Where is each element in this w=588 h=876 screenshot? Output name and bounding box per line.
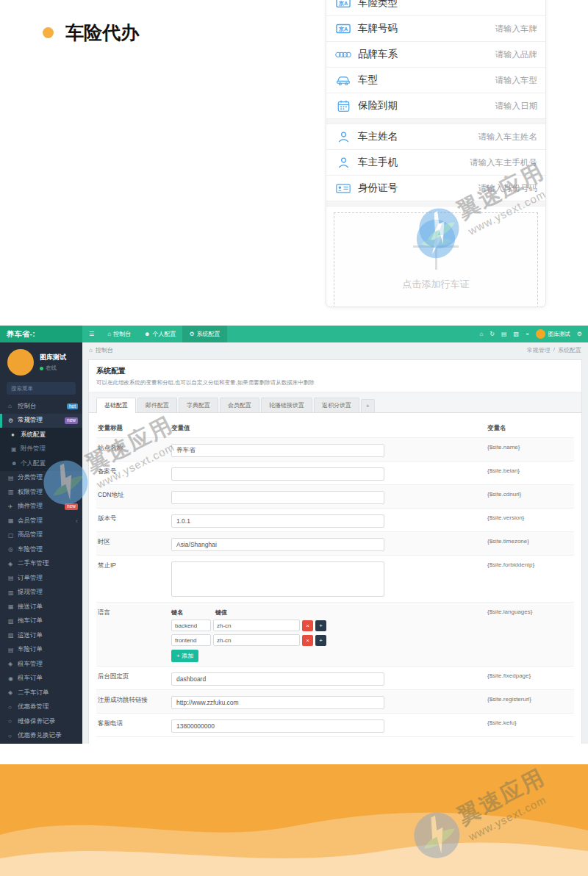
sidebar-item-orders[interactable]: ▤订单管理 bbox=[0, 571, 82, 586]
sidebar-item-system-config[interactable]: ●系统配置 bbox=[0, 428, 82, 442]
sidebar-item-pickup-orders[interactable]: ▦接送订单 bbox=[0, 600, 82, 614]
sidebar-item-usedcar[interactable]: ◈二手车管理 bbox=[0, 557, 82, 572]
sidebar-item-withdraw[interactable]: ▥提现管理 bbox=[0, 586, 82, 600]
sidebar-item-rental[interactable]: ◈租车管理 bbox=[0, 657, 82, 672]
lang-value-input[interactable] bbox=[213, 620, 300, 631]
search-input[interactable] bbox=[11, 385, 82, 392]
clear-cache-icon[interactable]: ▤ bbox=[501, 331, 507, 337]
sidebar-item-general[interactable]: ⚙常规管理new bbox=[0, 414, 82, 428]
withdraw-icon: ▥ bbox=[8, 589, 18, 596]
user-menu-button[interactable]: 图库测试 bbox=[536, 329, 570, 339]
column-header: 变量名 bbox=[486, 422, 574, 433]
topnav-system-config[interactable]: ⚙ 系统配置 bbox=[182, 326, 226, 342]
site-name-input[interactable] bbox=[171, 444, 384, 457]
form-row-insurance-type[interactable]: 京A 车险类型 bbox=[326, 0, 545, 16]
insurance-expiry-input[interactable] bbox=[398, 101, 537, 110]
terminal-icon[interactable]: ▧ bbox=[514, 331, 520, 337]
transport-order-icon: ▨ bbox=[8, 632, 18, 639]
footer-banner: 翼速应用 www.ysext.com bbox=[0, 764, 588, 876]
variable-name: {$site.version} bbox=[486, 512, 574, 521]
insurance-type-input[interactable] bbox=[398, 0, 537, 7]
version-input[interactable] bbox=[171, 514, 384, 528]
service-phone-input[interactable] bbox=[171, 719, 384, 733]
sidebar-item-usedcar-orders[interactable]: ◈二手车订单 bbox=[0, 686, 82, 700]
beian-input[interactable] bbox=[171, 467, 384, 481]
new-badge: new bbox=[65, 417, 78, 424]
brand-logo[interactable]: 养车省-: bbox=[0, 326, 82, 342]
owner-name-input[interactable] bbox=[398, 132, 537, 141]
form-row-brand-series[interactable]: 品牌车系 bbox=[326, 42, 545, 68]
tab-points-config[interactable]: 返积分设置 bbox=[314, 398, 359, 412]
form-row-label: 注册成功跳转链接 bbox=[96, 694, 170, 705]
pickup-order-icon: ▦ bbox=[8, 603, 18, 610]
timezone-input[interactable] bbox=[171, 538, 384, 551]
car-model-input[interactable] bbox=[378, 76, 537, 85]
field-label: 车型 bbox=[358, 73, 378, 87]
sidebar-item-transport-orders[interactable]: ▨运送订单 bbox=[0, 628, 82, 643]
upload-dropzone[interactable]: 点击添加行车证 bbox=[334, 212, 538, 307]
tab-dictionary-config[interactable]: 字典配置 bbox=[179, 398, 218, 412]
topnav-profile[interactable]: ☻ 个人配置 bbox=[137, 326, 182, 342]
home-icon: ⌂ bbox=[89, 347, 93, 353]
dot-icon: ● bbox=[11, 431, 21, 438]
sidebar-item-rental-orders[interactable]: ◉租车订单 bbox=[0, 672, 82, 686]
tab-basic-config[interactable]: 基础配置 bbox=[96, 398, 136, 413]
bullet-dot-icon bbox=[43, 27, 54, 38]
home-icon[interactable]: ⌂ bbox=[479, 331, 483, 337]
sidebar-item-coupon-exchange-records[interactable]: ○优惠券兑换记录 bbox=[0, 729, 82, 744]
add-row-button[interactable]: + bbox=[315, 620, 326, 631]
form-row-owner-name[interactable]: 车主姓名 bbox=[326, 124, 545, 150]
tab-carousel-link-config[interactable]: 轮播链接设置 bbox=[261, 398, 312, 412]
lang-key-input[interactable] bbox=[171, 620, 211, 631]
sidebar-item-addons[interactable]: ✈插件管理new bbox=[0, 500, 82, 514]
sidebar-item-coupons[interactable]: ○优惠券管理 bbox=[0, 700, 82, 715]
sidebar-item-maintenance-records[interactable]: ○维修保养记录 bbox=[0, 714, 82, 729]
remove-row-button[interactable]: × bbox=[302, 620, 313, 631]
fixed-page-input[interactable] bbox=[171, 672, 384, 686]
sidebar-item-dashboard[interactable]: ⌂控制台hot bbox=[0, 399, 82, 414]
brand-rings-icon bbox=[334, 51, 352, 59]
sidebar-item-insurance[interactable]: ◎车险管理 bbox=[0, 542, 82, 557]
refresh-icon[interactable]: ↻ bbox=[490, 331, 495, 337]
append-button[interactable]: + 添加 bbox=[171, 650, 198, 662]
lang-value-input[interactable] bbox=[213, 634, 300, 646]
lang-key-input[interactable] bbox=[171, 634, 211, 646]
close-tabs-icon[interactable]: × bbox=[526, 331, 529, 337]
field-label: 身份证号 bbox=[358, 182, 398, 195]
menu-toggle-button[interactable]: ☰ bbox=[82, 326, 101, 342]
register-url-input[interactable] bbox=[171, 696, 384, 709]
add-row-button[interactable]: + bbox=[315, 635, 326, 646]
id-number-input[interactable] bbox=[398, 184, 537, 193]
brand-series-input[interactable] bbox=[398, 50, 537, 59]
sidebar-item-members[interactable]: ▦会员管理‹ bbox=[0, 514, 82, 528]
form-row-cdn: CDN地址 {$site.cdnurl} bbox=[96, 485, 574, 509]
sidebar-item-insurance-orders[interactable]: ▤车险订单 bbox=[0, 643, 82, 658]
tow-order-icon: ▧ bbox=[8, 618, 18, 625]
settings-gear-icon[interactable]: ⚙ bbox=[577, 331, 582, 337]
cdn-url-input[interactable] bbox=[171, 491, 384, 504]
form-row-plate-number[interactable]: 京A 车牌号码 bbox=[326, 16, 545, 42]
form-row-car-model[interactable]: 车型 bbox=[326, 68, 545, 93]
tab-add-button[interactable]: + bbox=[361, 399, 375, 412]
form-row-insurance-expiry[interactable]: 保险到期 bbox=[326, 93, 545, 119]
plate-number-input[interactable] bbox=[398, 24, 537, 33]
owner-phone-input[interactable] bbox=[398, 158, 537, 167]
sidebar-item-auth[interactable]: ▥权限管理 bbox=[0, 485, 82, 500]
remove-row-button[interactable]: × bbox=[302, 635, 313, 646]
tab-mail-config[interactable]: 邮件配置 bbox=[137, 398, 177, 412]
form-row-owner-phone[interactable]: 车主手机 bbox=[326, 150, 545, 176]
sidebar-item-profile[interactable]: ☻个人配置 bbox=[0, 456, 82, 471]
sidebar-item-categories[interactable]: ▤分类管理 bbox=[0, 471, 82, 486]
forbidden-ip-textarea[interactable] bbox=[171, 561, 384, 597]
sidebar-search[interactable] bbox=[7, 382, 76, 395]
topnav-dashboard[interactable]: ⌂ 控制台 bbox=[101, 326, 137, 342]
sidebar-item-goods[interactable]: ▢商品管理 bbox=[0, 528, 82, 543]
form-row-id-number[interactable]: 身份证号 bbox=[326, 176, 545, 201]
tab-member-config[interactable]: 会员配置 bbox=[220, 398, 259, 412]
group-divider bbox=[326, 119, 545, 124]
sidebar-item-attachments[interactable]: ▣附件管理 bbox=[0, 442, 82, 457]
sidebar-item-tow-orders[interactable]: ▧拖车订单 bbox=[0, 614, 82, 629]
breadcrumb: ⌂ 控制台 常规管理 / 系统配置 bbox=[82, 342, 588, 357]
user-icon: ☻ bbox=[11, 460, 21, 467]
panel-header: 系统配置 可以在此增改系统的变量和分组,也可以自定义分组和变量,如果需要删除请从… bbox=[89, 360, 581, 392]
